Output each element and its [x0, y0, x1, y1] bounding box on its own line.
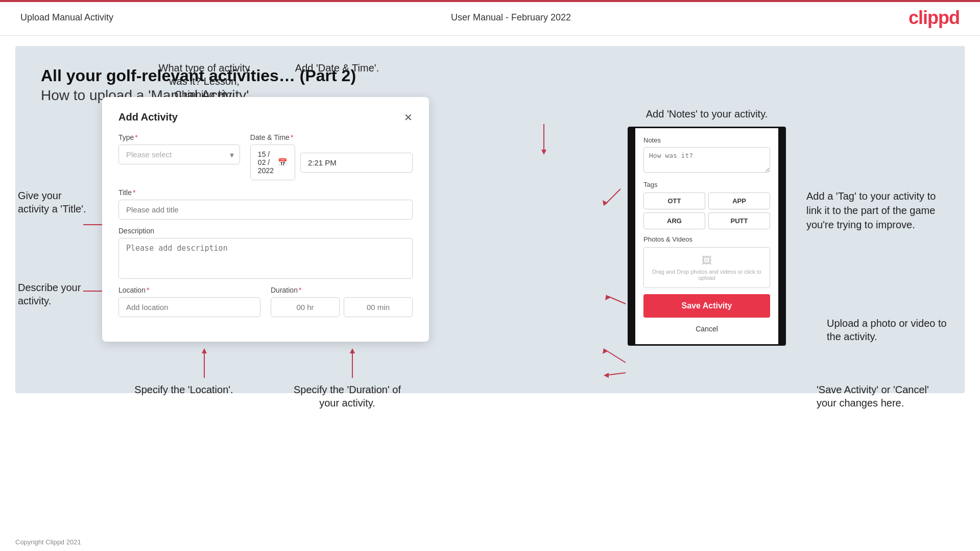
- annotation-save: 'Save Activity' or 'Cancel' your changes…: [817, 383, 949, 410]
- date-input[interactable]: 15 / 02 / 2022 📅: [250, 145, 295, 180]
- tags-grid: OTT APP ARG PUTT: [643, 193, 770, 229]
- date-time-row: 15 / 02 / 2022 📅: [250, 145, 413, 180]
- dialog-header: Add Activity ✕: [118, 111, 413, 123]
- type-select-wrapper: Please select: [118, 145, 240, 164]
- svg-line-15: [605, 189, 620, 204]
- tag-ott[interactable]: OTT: [643, 193, 705, 209]
- dialog-title: Add Activity: [118, 111, 178, 123]
- duration-inputs: [271, 297, 413, 317]
- upload-icon: 🖼: [702, 255, 712, 267]
- phone-right-border: [778, 128, 784, 344]
- annotation-date-time: Add 'Date & Time'.: [286, 61, 388, 75]
- doc-subtitle: User Manual - February 2022: [451, 12, 571, 23]
- phone-screen-inner: Notes Tags OTT APP ARG PUTT Photos & Vid…: [635, 128, 778, 344]
- copyright: Copyright Clippd 2021: [15, 538, 81, 546]
- svg-line-17: [608, 296, 626, 304]
- annotation-notes: Add 'Notes' to your activity.: [628, 107, 786, 121]
- type-datetime-row: Type* Please select Date & Time* 15 /: [118, 133, 413, 180]
- photos-upload-area[interactable]: 🖼 Drag and Drop photos and videos or cli…: [643, 247, 770, 288]
- logo: clippd: [909, 7, 960, 29]
- title-label: Title*: [118, 188, 413, 197]
- duration-hr-input[interactable]: [271, 297, 340, 317]
- svg-line-21: [605, 373, 626, 375]
- phone-screen: Notes Tags OTT APP ARG PUTT Photos & Vid…: [628, 127, 786, 346]
- duration-min-input[interactable]: [344, 297, 413, 317]
- location-duration-row: Location* Duration*: [118, 286, 413, 317]
- svg-marker-20: [603, 348, 608, 354]
- svg-marker-12: [350, 348, 355, 353]
- upload-text: Drag and Drop photos and videos or click…: [644, 269, 770, 281]
- annotation-tag: Add a 'Tag' to your activity to link it …: [806, 189, 949, 232]
- annotation-title: Give your activity a 'Title'.: [18, 189, 94, 215]
- annotation-what-type: What type of activity was it? Lesson, Ch…: [148, 61, 260, 101]
- cancel-button[interactable]: Cancel: [692, 322, 721, 336]
- location-label: Location*: [118, 286, 260, 294]
- dialog-area: Add Activity ✕ Type* Please select: [102, 97, 429, 342]
- annotation-duration: Specify the 'Duration' of your activity.: [286, 383, 409, 410]
- svg-marker-10: [202, 348, 207, 353]
- type-group: Type* Please select: [118, 133, 240, 180]
- title-group: Title*: [118, 188, 413, 220]
- tag-arg[interactable]: ARG: [643, 212, 705, 229]
- close-button[interactable]: ✕: [404, 112, 413, 123]
- annotation-upload: Upload a photo or video to the activity.: [827, 317, 949, 343]
- tags-label: Tags: [643, 181, 770, 188]
- svg-marker-22: [604, 373, 609, 378]
- type-label: Type*: [118, 133, 240, 141]
- location-group: Location*: [118, 286, 260, 317]
- type-select[interactable]: Please select: [118, 145, 240, 164]
- description-group: Description: [118, 227, 413, 279]
- main-content: All your golf-relevant activities… (Part…: [15, 46, 965, 393]
- svg-line-19: [605, 350, 626, 363]
- annotation-describe: Describe your activity.: [18, 281, 100, 307]
- phone-left-border: [629, 128, 635, 344]
- page-title: Upload Manual Activity: [20, 12, 113, 23]
- duration-label: Duration*: [271, 286, 413, 294]
- location-input[interactable]: [118, 297, 260, 317]
- save-activity-button[interactable]: Save Activity: [643, 294, 770, 318]
- add-activity-dialog: Add Activity ✕ Type* Please select: [102, 97, 429, 342]
- tag-app[interactable]: APP: [708, 193, 770, 209]
- annotation-location: Specify the 'Location'.: [133, 383, 235, 396]
- time-input[interactable]: [300, 153, 413, 173]
- description-textarea[interactable]: [118, 238, 413, 279]
- svg-marker-18: [605, 295, 610, 300]
- notes-textarea[interactable]: [643, 147, 770, 173]
- notes-label: Notes: [643, 136, 770, 144]
- svg-marker-16: [603, 200, 608, 206]
- datetime-label: Date & Time*: [250, 133, 413, 141]
- phone-panel: Add 'Notes' to your activity. Notes Tags…: [628, 107, 786, 346]
- description-label: Description: [118, 227, 413, 235]
- svg-marker-14: [541, 150, 546, 155]
- tag-putt[interactable]: PUTT: [708, 212, 770, 229]
- title-input[interactable]: [118, 200, 413, 220]
- top-bar: Upload Manual Activity User Manual - Feb…: [0, 0, 980, 36]
- datetime-group: Date & Time* 15 / 02 / 2022 📅: [250, 133, 413, 180]
- duration-group: Duration*: [271, 286, 413, 317]
- photos-label: Photos & Videos: [643, 235, 770, 243]
